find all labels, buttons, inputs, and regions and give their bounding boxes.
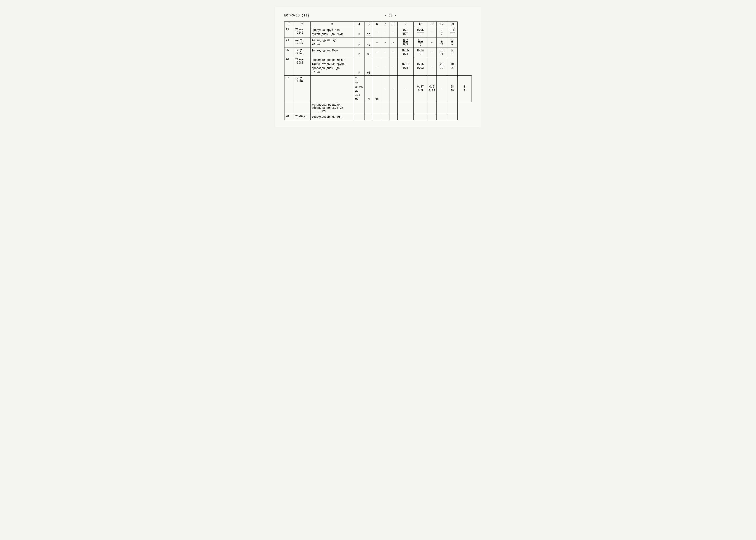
extra-desc-row: Установка воздухо- сборника емк.6,3 м2 I… bbox=[284, 102, 472, 114]
row-col7: – bbox=[389, 75, 398, 102]
row-col13: 5– bbox=[447, 38, 457, 48]
row-code: I2-у- -I984 bbox=[294, 75, 310, 102]
row-col10: 0,I40 bbox=[414, 48, 427, 57]
row-unit: М bbox=[354, 27, 365, 38]
row-col11 bbox=[427, 114, 437, 120]
row-unit bbox=[354, 114, 365, 120]
col-header-3: 3 bbox=[310, 22, 354, 27]
row-number bbox=[310, 75, 354, 102]
column-header-row: I 2 3 4 5 6 7 8 9 IO II I2 I3 bbox=[284, 22, 472, 27]
row-col12: 22 bbox=[436, 27, 447, 38]
col-header-2: 2 bbox=[294, 22, 310, 27]
col-header-7: 7 bbox=[381, 22, 389, 27]
col-header-1: I bbox=[284, 22, 294, 27]
extra-description: Установка воздухо- сборника емк.6,3 м2 I… bbox=[310, 102, 354, 114]
row-col11: – bbox=[436, 75, 447, 102]
row-col9: 0,470,5 bbox=[414, 75, 427, 102]
row-col8: – bbox=[398, 75, 414, 102]
row-unit: М bbox=[354, 38, 365, 48]
row-description: То же, диам.80мм bbox=[310, 48, 354, 57]
row-col13: 0,8– bbox=[447, 27, 457, 38]
col-header-4: 4 bbox=[354, 22, 365, 27]
col-header-13: I3 bbox=[447, 22, 457, 27]
row-col10: 0,20,04 bbox=[427, 75, 437, 102]
row-number: 23 bbox=[284, 27, 294, 38]
row-col11: – bbox=[427, 27, 437, 38]
row-description: Пневматическое испы- тание стальных труб… bbox=[310, 57, 354, 75]
col-header-8: 8 bbox=[389, 22, 398, 27]
row-col8: – bbox=[389, 57, 398, 75]
row-number: 28 bbox=[284, 114, 294, 120]
table-row: 24I2-у- -2047То же, диам. до 76 ммМ47–––… bbox=[284, 38, 472, 48]
row-unit: М bbox=[354, 57, 365, 75]
row-col9: 0,250,3 bbox=[398, 48, 414, 57]
row-col8 bbox=[389, 114, 398, 120]
row-col10 bbox=[414, 114, 427, 120]
row-col11: – bbox=[427, 57, 437, 75]
page-header: БОТ-3-IB (II) - 63 - bbox=[284, 14, 472, 17]
row-col7 bbox=[381, 114, 389, 120]
main-table: I 2 3 4 5 6 7 8 9 IO II I2 I3 23I2-у- -2… bbox=[284, 22, 472, 120]
row-col9: 0,I0,I bbox=[398, 27, 414, 38]
row-col12 bbox=[436, 114, 447, 120]
col-header-5: 5 bbox=[365, 22, 373, 27]
row-code: I2-у- -2045 bbox=[294, 27, 310, 38]
row-col13: IO2 bbox=[447, 57, 457, 75]
row-col12: IOII bbox=[436, 48, 447, 57]
row-col9: 0,20,3 bbox=[398, 38, 414, 48]
col-header-10: IO bbox=[414, 22, 427, 27]
row-col10: 0,IQ bbox=[414, 38, 427, 48]
row-number: 24 bbox=[284, 38, 294, 48]
row-col7: – bbox=[381, 48, 389, 57]
header-left: БОТ-3-IB (II) bbox=[284, 14, 309, 17]
row-code: I2-у- -I983 bbox=[294, 57, 310, 75]
row-col5 bbox=[365, 114, 373, 120]
row-col8: – bbox=[389, 38, 398, 48]
row-col8: – bbox=[389, 27, 398, 38]
row-description: То же, диам. до 76 мм bbox=[310, 38, 354, 48]
row-col10: 0,050 bbox=[414, 27, 427, 38]
row-code: I2-у- -2048 bbox=[294, 48, 310, 57]
row-unit: М bbox=[354, 48, 365, 57]
row-unit: М bbox=[365, 75, 373, 102]
col-header-12: I2 bbox=[436, 22, 447, 27]
row-col5: 63 bbox=[365, 57, 373, 75]
row-col12: 9I4 bbox=[436, 38, 447, 48]
row-col12: 23I9 bbox=[436, 57, 447, 75]
row-col11: – bbox=[427, 38, 437, 48]
row-col7: – bbox=[381, 38, 389, 48]
col-header-6: 6 bbox=[373, 22, 381, 27]
table-row: 26I2-у- -I983Пневматическое испы- тание … bbox=[284, 57, 472, 75]
row-col11: – bbox=[427, 48, 437, 57]
row-code: I2-у- -2047 bbox=[294, 38, 310, 48]
header-center: - 63 - bbox=[385, 14, 396, 17]
row-col6: – bbox=[373, 27, 381, 38]
row-col6 bbox=[373, 114, 381, 120]
row-description: Воздухосборник емк. bbox=[310, 114, 354, 120]
row-col7: – bbox=[381, 57, 389, 75]
row-col5: I6 bbox=[365, 27, 373, 38]
table-row: 25I2-у- -2048То же, диам.80ммМ38–––0,250… bbox=[284, 48, 472, 57]
row-col12: I8I9 bbox=[447, 75, 457, 102]
col-header-11: II bbox=[427, 22, 437, 27]
row-col10: 0,I60,03 bbox=[414, 57, 427, 75]
row-col5: 38 bbox=[373, 75, 381, 102]
row-col7: – bbox=[381, 27, 389, 38]
table-row: 23I2-у- -2045Продувка труб воз- духом ди… bbox=[284, 27, 472, 38]
row-col5: 47 bbox=[365, 38, 373, 48]
row-description: Продувка труб воз- духом диам. до 25мм bbox=[310, 27, 354, 38]
row-col9: 0,370,3 bbox=[398, 57, 414, 75]
page: БОТ-3-IB (II) - 63 - I 2 3 4 5 6 7 8 9 I… bbox=[275, 7, 481, 127]
row-col6: – bbox=[373, 57, 381, 75]
row-number: 27 bbox=[284, 75, 294, 102]
row-col9 bbox=[398, 114, 414, 120]
row-col6: – bbox=[373, 38, 381, 48]
row-number: 25 bbox=[284, 48, 294, 57]
row-col5: 38 bbox=[365, 48, 373, 57]
table-row: 27I2-у- -I984То же, диам. до I08 ммМ38––… bbox=[284, 75, 472, 102]
row-col6: – bbox=[381, 75, 389, 102]
row-col8: – bbox=[389, 48, 398, 57]
row-number: 26 bbox=[284, 57, 294, 75]
row-code: 23-02-I bbox=[294, 114, 310, 120]
row-col13: 82 bbox=[457, 75, 472, 102]
